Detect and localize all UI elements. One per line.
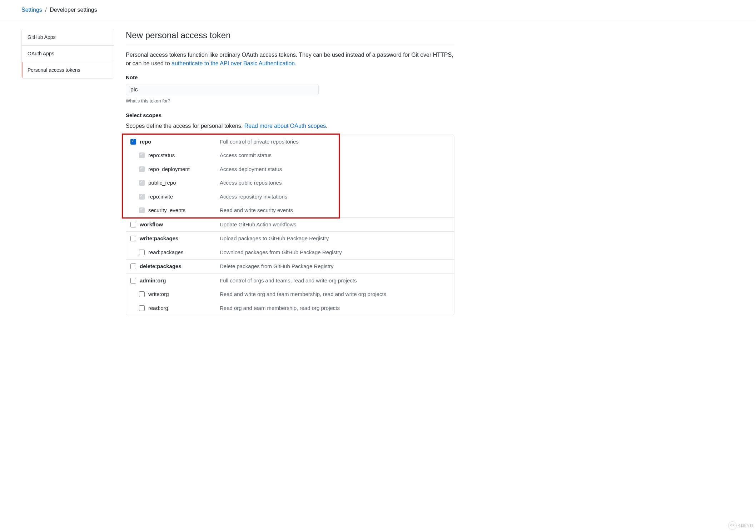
scopes-intro: Scopes define the access for personal to… — [126, 122, 454, 130]
scope-row: write:packagesUpload packages to GitHub … — [126, 232, 454, 246]
scope-name[interactable]: repo — [140, 138, 151, 146]
breadcrumb-parent-link[interactable]: Settings — [21, 7, 42, 13]
scope-name[interactable]: security_events — [148, 206, 185, 215]
page-description: Personal access tokens function like ord… — [126, 51, 454, 68]
scope-row: repo_deploymentAccess deployment status — [126, 162, 454, 176]
scope-group-repo: repoFull control of private repositories… — [126, 135, 454, 218]
scope-description: Upload packages to GitHub Package Regist… — [220, 235, 329, 243]
basic-auth-link[interactable]: authenticate to the API over Basic Authe… — [171, 60, 295, 66]
scope-name[interactable]: workflow — [140, 221, 163, 229]
scopes-intro-text: Scopes define the access for personal to… — [126, 123, 244, 129]
scope-description: Read and write security events — [220, 206, 293, 215]
oauth-scopes-link[interactable]: Read more about OAuth scopes — [244, 123, 326, 129]
scope-checkbox-write-packages[interactable] — [130, 236, 136, 241]
scope-checkbox-repo[interactable] — [130, 139, 136, 145]
scope-row: workflowUpdate GitHub Action workflows — [126, 218, 454, 232]
note-input[interactable] — [126, 84, 319, 95]
scope-checkbox-repo_deployment[interactable] — [139, 166, 145, 172]
scope-description: Read org and team membership, read org p… — [220, 304, 340, 312]
note-hint: What's this token for? — [126, 97, 454, 105]
breadcrumb: Settings / Developer settings — [0, 0, 756, 20]
scope-description: Update GitHub Action workflows — [220, 221, 296, 229]
scope-description: Access commit status — [220, 151, 272, 160]
scope-name[interactable]: read:org — [148, 304, 168, 312]
scopes-intro-suffix: . — [326, 123, 327, 129]
scope-checkbox-public_repo[interactable] — [139, 180, 145, 186]
scope-checkbox-write-org[interactable] — [139, 291, 145, 297]
scope-checkbox-workflow[interactable] — [130, 222, 136, 227]
scope-name[interactable]: repo:status — [148, 151, 175, 160]
scope-group-admin-org: admin:orgFull control of orgs and teams,… — [126, 274, 454, 315]
main-content: New personal access token Personal acces… — [126, 29, 454, 315]
page-title: New personal access token — [126, 29, 454, 45]
scope-checkbox-read-packages[interactable] — [139, 250, 145, 255]
sidebar: GitHub Apps OAuth Apps Personal access t… — [21, 29, 114, 315]
scope-row: admin:orgFull control of orgs and teams,… — [126, 274, 454, 288]
scope-description: Full control of private repositories — [220, 138, 299, 146]
breadcrumb-separator: / — [45, 7, 46, 13]
sidebar-menu: GitHub Apps OAuth Apps Personal access t… — [21, 29, 114, 79]
scopes-table: repoFull control of private repositories… — [126, 135, 454, 316]
scope-name[interactable]: repo_deployment — [148, 165, 190, 174]
note-label: Note — [126, 74, 454, 82]
scope-row: security_eventsRead and write security e… — [126, 204, 454, 217]
scope-group-workflow: workflowUpdate GitHub Action workflows — [126, 218, 454, 232]
scope-row: read:packagesDownload packages from GitH… — [126, 246, 454, 260]
scope-name[interactable]: write:packages — [140, 235, 178, 243]
scope-checkbox-security_events[interactable] — [139, 207, 145, 213]
sidebar-item-github-apps[interactable]: GitHub Apps — [22, 29, 114, 46]
scope-row: repo:statusAccess commit status — [126, 149, 454, 162]
scope-name[interactable]: delete:packages — [140, 262, 181, 271]
scope-description: Access public repositories — [220, 179, 282, 187]
scope-group-delete-packages: delete:packagesDelete packages from GitH… — [126, 260, 454, 274]
scope-checkbox-admin-org[interactable] — [130, 278, 136, 283]
scope-checkbox-delete-packages[interactable] — [130, 264, 136, 269]
scope-name[interactable]: public_repo — [148, 179, 176, 187]
scope-name[interactable]: write:org — [148, 290, 169, 298]
scope-group-write-packages: write:packagesUpload packages to GitHub … — [126, 232, 454, 260]
scope-row: read:orgRead org and team membership, re… — [126, 301, 454, 315]
scope-checkbox-repo-invite[interactable] — [139, 194, 145, 200]
scope-description: Full control of orgs and teams, read and… — [220, 277, 357, 285]
scope-checkbox-read-org[interactable] — [139, 305, 145, 311]
breadcrumb-current: Developer settings — [50, 7, 97, 13]
scope-row: delete:packagesDelete packages from GitH… — [126, 260, 454, 273]
scope-name[interactable]: read:packages — [148, 249, 183, 257]
description-suffix: . — [295, 60, 296, 66]
sidebar-item-oauth-apps[interactable]: OAuth Apps — [22, 46, 114, 62]
scope-description: Access repository invitations — [220, 193, 287, 201]
scope-description: Delete packages from GitHub Package Regi… — [220, 262, 333, 271]
scope-name[interactable]: repo:invite — [148, 193, 173, 201]
scope-row: write:orgRead and write org and team mem… — [126, 287, 454, 301]
scope-description: Read and write org and team membership, … — [220, 290, 386, 298]
scope-row: public_repoAccess public repositories — [126, 176, 454, 190]
sidebar-item-personal-access-tokens[interactable]: Personal access tokens — [22, 62, 114, 78]
select-scopes-heading: Select scopes — [126, 111, 454, 120]
scope-description: Download packages from GitHub Package Re… — [220, 249, 342, 257]
scope-row: repoFull control of private repositories — [126, 135, 454, 149]
scope-checkbox-repo-status[interactable] — [139, 152, 145, 158]
scope-name[interactable]: admin:org — [140, 277, 166, 285]
scope-row: repo:inviteAccess repository invitations — [126, 190, 454, 204]
scope-description: Access deployment status — [220, 165, 282, 174]
